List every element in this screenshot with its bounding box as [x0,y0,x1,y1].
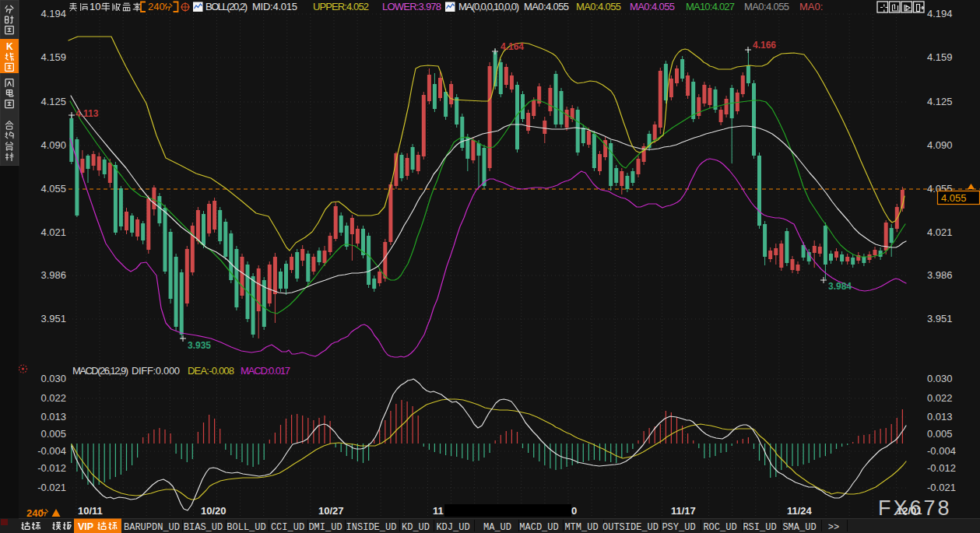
svg-text:0: 0 [95,1,100,12]
svg-text:K: K [6,41,13,52]
svg-text:RSI_UD: RSI_UD [743,522,776,533]
svg-text:INSIDE_UD: INSIDE_UD [346,522,397,533]
svg-text:0.013: 0.013 [40,411,66,423]
svg-text:MA0:4.055: MA0:4.055 [744,1,789,12]
svg-text:4.164: 4.164 [501,41,524,52]
svg-text:3.986: 3.986 [927,269,953,281]
svg-text:3.935: 3.935 [188,340,211,351]
svg-text:MA0:4.055: MA0:4.055 [630,1,675,12]
svg-text:CCI_UD: CCI_UD [271,522,304,533]
svg-text:4.194: 4.194 [927,8,953,19]
svg-text:3.984: 3.984 [828,281,852,292]
svg-text:BOLL(20,2): BOLL(20,2) [205,1,248,12]
svg-text:-0.004: -0.004 [927,445,956,457]
svg-text:4.113: 4.113 [76,108,99,119]
svg-text:3.951: 3.951 [927,313,953,324]
svg-text:-0.012: -0.012 [927,462,956,474]
svg-text:4.090: 4.090 [40,139,66,151]
svg-text:MID:4.015: MID:4.015 [252,1,297,12]
svg-text:UPPER:4.052: UPPER:4.052 [313,1,369,12]
svg-text:FX678: FX678 [878,496,952,520]
svg-text:BARUPDN_UD: BARUPDN_UD [124,522,180,533]
svg-text:4.090: 4.090 [927,139,953,151]
svg-text:MA0:4.055: MA0:4.055 [524,1,569,12]
svg-text:10/20: 10/20 [201,505,227,517]
svg-text:4.166: 4.166 [753,40,776,51]
svg-text:240: 240 [26,507,44,519]
svg-text:4.159: 4.159 [927,51,953,63]
svg-text:240: 240 [148,1,165,12]
svg-text:4.055: 4.055 [40,183,66,195]
svg-text:SMA_UD: SMA_UD [782,522,816,533]
svg-text:3.986: 3.986 [40,269,66,281]
svg-text:4.125: 4.125 [927,96,953,107]
svg-text:MACD(26,12,9): MACD(26,12,9) [72,365,128,377]
svg-text:0.030: 0.030 [927,373,953,384]
svg-text:10/27: 10/27 [318,505,344,517]
svg-text:11: 11 [433,505,444,517]
svg-text:-0.021: -0.021 [927,482,956,493]
svg-text:VIP: VIP [78,521,93,532]
svg-text:DIFF:0.000: DIFF:0.000 [132,365,180,377]
svg-text:4.194: 4.194 [40,8,66,19]
svg-text:-0.021: -0.021 [37,482,66,493]
svg-text:MACD_UD: MACD_UD [519,522,558,533]
svg-text:MA(0,0,0,10,0,0): MA(0,0,0,10,0,0) [458,1,519,12]
svg-text:LOWER:3.978: LOWER:3.978 [382,1,441,12]
svg-text:OUTSIDE_UD: OUTSIDE_UD [602,522,659,533]
svg-text:MACD:0.017: MACD:0.017 [241,365,290,377]
svg-text:MA0:: MA0: [799,1,823,12]
svg-text:3.951: 3.951 [40,313,66,324]
svg-text:PSY_UD: PSY_UD [662,522,695,533]
svg-text:BOLL_UD: BOLL_UD [227,522,265,533]
svg-text:4.055: 4.055 [941,192,967,204]
svg-text:0.013: 0.013 [927,411,953,423]
svg-text:11/17: 11/17 [671,505,696,517]
svg-text:MA0:4.055: MA0:4.055 [576,1,621,12]
svg-text:4.021: 4.021 [40,226,66,238]
svg-text:-0.012: -0.012 [37,462,66,474]
svg-text:0.022: 0.022 [40,392,66,404]
svg-text:MTM_UD: MTM_UD [564,522,598,533]
svg-text:11/24: 11/24 [787,505,813,517]
svg-text:0.022: 0.022 [927,392,953,404]
svg-text:>>: >> [828,522,839,533]
svg-text:DEA:-0.008: DEA:-0.008 [188,365,234,377]
svg-text:4.125: 4.125 [40,96,66,107]
svg-text:1: 1 [90,1,95,12]
svg-text:0.005: 0.005 [40,428,66,440]
svg-text:0.030: 0.030 [40,373,66,384]
svg-text:DMI_UD: DMI_UD [308,522,342,533]
svg-text:0.005: 0.005 [927,428,953,440]
svg-text:4.021: 4.021 [927,226,953,238]
svg-text:-0.004: -0.004 [37,445,66,457]
svg-text:KDJ_UD: KDJ_UD [436,522,469,533]
svg-text:BIAS_UD: BIAS_UD [184,522,223,533]
svg-text:MA10:4.027: MA10:4.027 [686,1,735,12]
svg-text:0: 0 [571,505,577,517]
svg-text:MA_UD: MA_UD [483,522,511,533]
svg-text:4.159: 4.159 [40,51,66,63]
svg-text:10/11: 10/11 [78,505,103,517]
svg-text:ROC_UD: ROC_UD [703,522,736,533]
svg-text:KD_UD: KD_UD [402,522,430,533]
